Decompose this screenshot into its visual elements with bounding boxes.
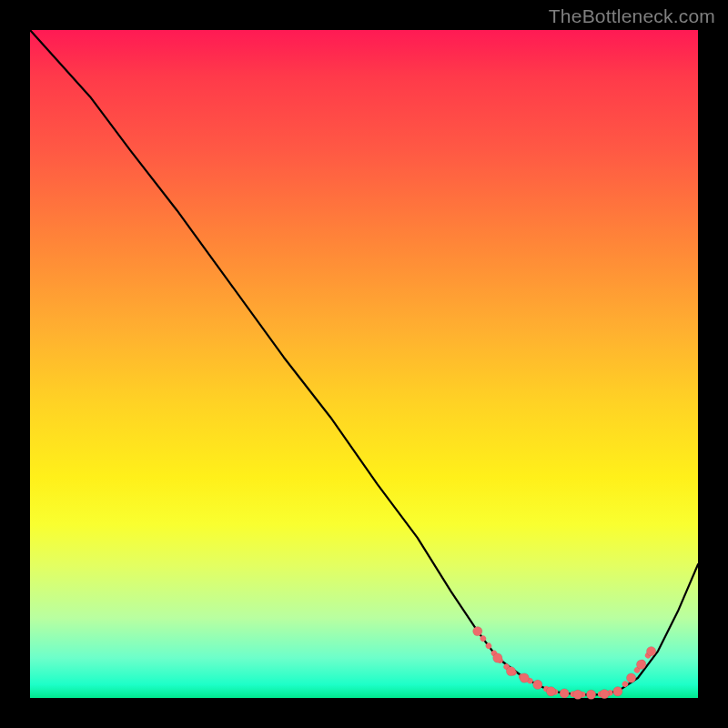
chart-container: TheBottleneck.com: [0, 0, 728, 728]
watermark-label: TheBottleneck.com: [549, 5, 715, 27]
plot-area: [30, 30, 698, 698]
